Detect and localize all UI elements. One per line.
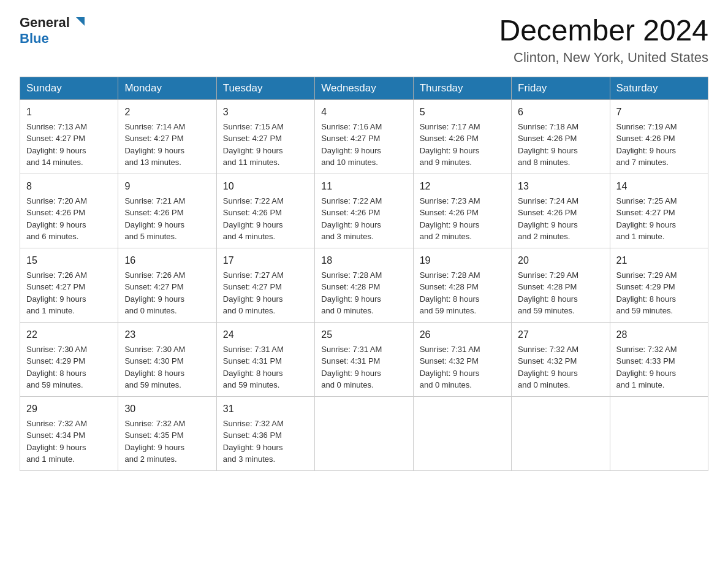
day-number: 3 bbox=[223, 105, 308, 120]
day-of-week-header: Friday bbox=[512, 77, 610, 99]
day-number: 18 bbox=[321, 253, 406, 268]
day-info: Sunrise: 7:15 AM Sunset: 4:27 PM Dayligh… bbox=[223, 122, 284, 167]
day-info: Sunrise: 7:30 AM Sunset: 4:30 PM Dayligh… bbox=[124, 345, 185, 390]
day-info: Sunrise: 7:22 AM Sunset: 4:26 PM Dayligh… bbox=[223, 196, 284, 242]
logo-triangle-icon bbox=[72, 15, 86, 28]
calendar-cell: 26Sunrise: 7:31 AM Sunset: 4:32 PM Dayli… bbox=[413, 322, 511, 396]
day-info: Sunrise: 7:19 AM Sunset: 4:26 PM Dayligh… bbox=[616, 122, 677, 167]
day-number: 20 bbox=[518, 253, 603, 268]
day-of-week-header: Monday bbox=[118, 77, 216, 99]
calendar-cell: 22Sunrise: 7:30 AM Sunset: 4:29 PM Dayli… bbox=[20, 322, 118, 396]
calendar-cell: 17Sunrise: 7:27 AM Sunset: 4:27 PM Dayli… bbox=[216, 248, 314, 322]
day-info: Sunrise: 7:26 AM Sunset: 4:27 PM Dayligh… bbox=[124, 270, 185, 316]
main-title: December 2024 bbox=[499, 15, 708, 47]
calendar-cell: 21Sunrise: 7:29 AM Sunset: 4:29 PM Dayli… bbox=[610, 248, 708, 322]
day-number: 14 bbox=[616, 179, 702, 194]
week-row: 15Sunrise: 7:26 AM Sunset: 4:27 PM Dayli… bbox=[20, 248, 708, 322]
day-number: 19 bbox=[420, 253, 505, 268]
day-number: 23 bbox=[124, 327, 210, 342]
day-info: Sunrise: 7:25 AM Sunset: 4:27 PM Dayligh… bbox=[616, 196, 677, 242]
day-info: Sunrise: 7:31 AM Sunset: 4:32 PM Dayligh… bbox=[420, 345, 480, 390]
days-of-week-row: SundayMondayTuesdayWednesdayThursdayFrid… bbox=[20, 77, 708, 99]
calendar-cell: 9Sunrise: 7:21 AM Sunset: 4:26 PM Daylig… bbox=[118, 174, 216, 248]
day-number: 9 bbox=[124, 179, 210, 194]
day-number: 13 bbox=[518, 179, 603, 194]
day-number: 25 bbox=[321, 327, 406, 342]
day-number: 21 bbox=[616, 253, 702, 268]
calendar-body: 1Sunrise: 7:13 AM Sunset: 4:27 PM Daylig… bbox=[20, 99, 708, 470]
calendar-cell bbox=[315, 396, 413, 470]
day-number: 17 bbox=[223, 253, 308, 268]
day-info: Sunrise: 7:31 AM Sunset: 4:31 PM Dayligh… bbox=[223, 345, 284, 390]
week-row: 22Sunrise: 7:30 AM Sunset: 4:29 PM Dayli… bbox=[20, 322, 708, 396]
day-of-week-header: Tuesday bbox=[216, 77, 314, 99]
calendar-cell: 14Sunrise: 7:25 AM Sunset: 4:27 PM Dayli… bbox=[610, 174, 708, 248]
day-number: 1 bbox=[26, 105, 112, 120]
day-info: Sunrise: 7:14 AM Sunset: 4:27 PM Dayligh… bbox=[124, 122, 185, 167]
calendar-cell: 24Sunrise: 7:31 AM Sunset: 4:31 PM Dayli… bbox=[216, 322, 314, 396]
day-info: Sunrise: 7:21 AM Sunset: 4:26 PM Dayligh… bbox=[124, 196, 185, 242]
day-number: 8 bbox=[26, 179, 112, 194]
calendar-table: SundayMondayTuesdayWednesdayThursdayFrid… bbox=[20, 77, 708, 471]
day-number: 15 bbox=[26, 253, 112, 268]
calendar-cell: 31Sunrise: 7:32 AM Sunset: 4:36 PM Dayli… bbox=[216, 396, 314, 470]
day-number: 7 bbox=[616, 105, 702, 120]
calendar-cell: 6Sunrise: 7:18 AM Sunset: 4:26 PM Daylig… bbox=[512, 99, 610, 174]
day-info: Sunrise: 7:24 AM Sunset: 4:26 PM Dayligh… bbox=[518, 196, 578, 242]
page-header: General Blue December 2024 Clinton, New … bbox=[20, 15, 708, 66]
calendar-header: SundayMondayTuesdayWednesdayThursdayFrid… bbox=[20, 77, 708, 99]
calendar-cell: 18Sunrise: 7:28 AM Sunset: 4:28 PM Dayli… bbox=[315, 248, 413, 322]
day-info: Sunrise: 7:26 AM Sunset: 4:27 PM Dayligh… bbox=[26, 270, 87, 316]
subtitle: Clinton, New York, United States bbox=[499, 50, 708, 66]
day-of-week-header: Wednesday bbox=[315, 77, 413, 99]
day-info: Sunrise: 7:29 AM Sunset: 4:28 PM Dayligh… bbox=[518, 270, 578, 316]
day-number: 16 bbox=[124, 253, 210, 268]
day-number: 28 bbox=[616, 327, 702, 342]
day-info: Sunrise: 7:32 AM Sunset: 4:36 PM Dayligh… bbox=[223, 419, 284, 464]
calendar-cell: 11Sunrise: 7:22 AM Sunset: 4:26 PM Dayli… bbox=[315, 174, 413, 248]
calendar-cell: 28Sunrise: 7:32 AM Sunset: 4:33 PM Dayli… bbox=[610, 322, 708, 396]
day-info: Sunrise: 7:32 AM Sunset: 4:35 PM Dayligh… bbox=[124, 419, 185, 464]
logo: General Blue bbox=[20, 15, 86, 47]
day-info: Sunrise: 7:29 AM Sunset: 4:29 PM Dayligh… bbox=[616, 270, 677, 316]
calendar-cell bbox=[512, 396, 610, 470]
calendar-cell: 7Sunrise: 7:19 AM Sunset: 4:26 PM Daylig… bbox=[610, 99, 708, 174]
calendar-cell: 15Sunrise: 7:26 AM Sunset: 4:27 PM Dayli… bbox=[20, 248, 118, 322]
day-info: Sunrise: 7:28 AM Sunset: 4:28 PM Dayligh… bbox=[420, 270, 480, 316]
day-number: 27 bbox=[518, 327, 603, 342]
day-of-week-header: Sunday bbox=[20, 77, 118, 99]
calendar-cell: 1Sunrise: 7:13 AM Sunset: 4:27 PM Daylig… bbox=[20, 99, 118, 174]
day-number: 30 bbox=[124, 402, 210, 416]
day-number: 4 bbox=[321, 105, 406, 120]
day-info: Sunrise: 7:31 AM Sunset: 4:31 PM Dayligh… bbox=[321, 345, 382, 390]
calendar-cell: 23Sunrise: 7:30 AM Sunset: 4:30 PM Dayli… bbox=[118, 322, 216, 396]
day-number: 29 bbox=[26, 402, 112, 416]
calendar-cell: 2Sunrise: 7:14 AM Sunset: 4:27 PM Daylig… bbox=[118, 99, 216, 174]
calendar-cell: 10Sunrise: 7:22 AM Sunset: 4:26 PM Dayli… bbox=[216, 174, 314, 248]
day-info: Sunrise: 7:16 AM Sunset: 4:27 PM Dayligh… bbox=[321, 122, 382, 167]
day-number: 31 bbox=[223, 402, 308, 416]
day-info: Sunrise: 7:18 AM Sunset: 4:26 PM Dayligh… bbox=[518, 122, 578, 167]
calendar-cell: 16Sunrise: 7:26 AM Sunset: 4:27 PM Dayli… bbox=[118, 248, 216, 322]
calendar-cell: 4Sunrise: 7:16 AM Sunset: 4:27 PM Daylig… bbox=[315, 99, 413, 174]
day-number: 26 bbox=[420, 327, 505, 342]
day-info: Sunrise: 7:13 AM Sunset: 4:27 PM Dayligh… bbox=[26, 122, 87, 167]
day-number: 10 bbox=[223, 179, 308, 194]
day-number: 6 bbox=[518, 105, 603, 120]
week-row: 29Sunrise: 7:32 AM Sunset: 4:34 PM Dayli… bbox=[20, 396, 708, 470]
calendar-cell bbox=[610, 396, 708, 470]
calendar-cell: 5Sunrise: 7:17 AM Sunset: 4:26 PM Daylig… bbox=[413, 99, 511, 174]
calendar-cell: 20Sunrise: 7:29 AM Sunset: 4:28 PM Dayli… bbox=[512, 248, 610, 322]
day-info: Sunrise: 7:32 AM Sunset: 4:33 PM Dayligh… bbox=[616, 345, 677, 390]
day-info: Sunrise: 7:22 AM Sunset: 4:26 PM Dayligh… bbox=[321, 196, 382, 242]
day-info: Sunrise: 7:28 AM Sunset: 4:28 PM Dayligh… bbox=[321, 270, 382, 316]
day-info: Sunrise: 7:20 AM Sunset: 4:26 PM Dayligh… bbox=[26, 196, 87, 242]
day-number: 24 bbox=[223, 327, 308, 342]
calendar-cell: 29Sunrise: 7:32 AM Sunset: 4:34 PM Dayli… bbox=[20, 396, 118, 470]
day-number: 11 bbox=[321, 179, 406, 194]
day-number: 22 bbox=[26, 327, 112, 342]
calendar-cell: 27Sunrise: 7:32 AM Sunset: 4:32 PM Dayli… bbox=[512, 322, 610, 396]
day-info: Sunrise: 7:32 AM Sunset: 4:34 PM Dayligh… bbox=[26, 419, 87, 464]
day-number: 2 bbox=[124, 105, 210, 120]
calendar-cell bbox=[413, 396, 511, 470]
